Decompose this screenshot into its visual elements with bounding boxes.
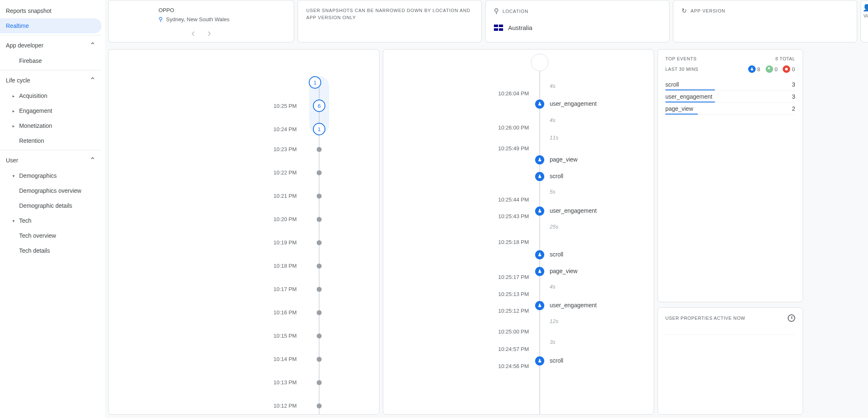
event-name[interactable]: page_view xyxy=(550,268,578,274)
narrowing-note: USER SNAPSHOTS CAN BE NARROWED DOWN BY L… xyxy=(306,7,473,21)
nav-monetization[interactable]: ▸Monetization xyxy=(0,118,102,133)
touch-icon xyxy=(535,100,544,109)
nav-tech[interactable]: ▾Tech xyxy=(0,213,102,228)
timeline-row[interactable]: 10:25 PM6 xyxy=(109,100,325,112)
timeline-row[interactable]: 10:23 PM xyxy=(109,146,322,152)
timeline-row[interactable]: 10:12 PM xyxy=(109,403,322,409)
nav-tech-details[interactable]: Tech details xyxy=(0,243,102,258)
event-name[interactable]: scroll xyxy=(550,173,563,179)
event-gap: 4s xyxy=(550,117,556,123)
touch-icon xyxy=(535,250,544,259)
top-event-count: 3 xyxy=(792,81,795,88)
nav-label: Engagement xyxy=(19,107,52,114)
event-gap: 5s xyxy=(550,189,556,195)
nav-retention[interactable]: Retention xyxy=(0,133,102,148)
event-name[interactable]: user_engagement xyxy=(550,207,597,214)
nav-demographics[interactable]: ▾Demographics xyxy=(0,168,102,183)
nav-section-user[interactable]: User ⌃ xyxy=(0,150,102,168)
top-event-name: page_view xyxy=(665,105,693,112)
event-timestamp: 10:24:56 PM xyxy=(498,363,529,369)
nav-section-life-cycle[interactable]: Life cycle ⌃ xyxy=(0,70,102,88)
nav-section-label: Life cycle xyxy=(6,77,30,84)
event-gap: 4s xyxy=(550,284,556,290)
app-version-card[interactable]: ↻ APP VERSION xyxy=(673,0,857,42)
badge-general-events: 8 xyxy=(748,65,761,73)
timeline-count-bubble[interactable]: 1 xyxy=(313,123,325,135)
timeline-row[interactable]: 10:22 PM xyxy=(109,169,322,176)
event-timestamp: 10:25:43 PM xyxy=(498,213,529,219)
location-label: LOCATION xyxy=(503,9,528,14)
top-event-row[interactable]: user_engagement3 xyxy=(665,91,795,103)
user-properties-title: USER PROPERTIES ACTIVE NOW xyxy=(665,316,745,321)
nav-firebase[interactable]: Firebase xyxy=(0,53,102,68)
event-gap: 4s xyxy=(550,83,556,89)
nav-demographic-details[interactable]: Demographic details xyxy=(0,198,102,213)
timeline-row[interactable]: 10:13 PM xyxy=(109,379,322,386)
top-event-name: scroll xyxy=(665,81,679,88)
timeline-dot xyxy=(317,170,322,175)
timeline-row[interactable]: 10:24 PM1 xyxy=(109,123,325,135)
next-user-button[interactable]: › xyxy=(208,27,211,40)
top-events-total: 8 TOTAL xyxy=(775,56,795,61)
timeline-count-bubble[interactable]: 6 xyxy=(313,100,325,112)
timeline-current-bubble[interactable]: 1 xyxy=(309,76,321,89)
location-card[interactable]: ⚲ LOCATION Australia xyxy=(485,0,670,42)
timeline-row[interactable]: 10:21 PM xyxy=(109,193,322,199)
minute-timeline-card: 1 10:25 PM610:24 PM110:23 PM10:22 PM10:2… xyxy=(108,49,379,415)
arrow-right-icon: ▸ xyxy=(12,94,19,98)
nav-label: Tech xyxy=(19,217,32,224)
top-event-row[interactable]: page_view2 xyxy=(665,103,795,115)
nav-section-app-developer[interactable]: App developer ⌃ xyxy=(0,35,102,53)
event-name[interactable]: scroll xyxy=(550,357,563,364)
timeline-time: 10:17 PM xyxy=(109,286,304,292)
timeline-time: 10:18 PM xyxy=(109,263,304,269)
badge-count: 0 xyxy=(775,66,778,72)
timeline-row[interactable]: 10:19 PM xyxy=(109,239,322,246)
event-name[interactable]: scroll xyxy=(550,251,563,258)
event-gap: 12s xyxy=(550,318,558,324)
main-content: OPPO ⚲ Sydney, New South Wales ‹ › USER … xyxy=(105,0,868,418)
timeline-row[interactable]: 10:17 PM xyxy=(109,286,322,292)
history-icon[interactable] xyxy=(788,314,795,322)
top-cards-row: OPPO ⚲ Sydney, New South Wales ‹ › USER … xyxy=(105,0,868,46)
touch-icon xyxy=(535,267,544,276)
error-icon xyxy=(783,65,790,73)
arrow-right-icon: ▸ xyxy=(12,109,19,113)
event-timestamp: 10:25:44 PM xyxy=(498,197,529,203)
event-name[interactable]: user_engagement xyxy=(550,302,597,309)
timeline-dot xyxy=(317,194,322,199)
timeline-time: 10:12 PM xyxy=(109,403,304,409)
top-events-title: TOP EVENTS xyxy=(665,56,697,61)
timeline-time: 10:20 PM xyxy=(109,216,304,222)
nav-tech-overview[interactable]: Tech overview xyxy=(0,228,102,243)
person-icon: 👤 xyxy=(863,4,868,12)
event-name[interactable]: user_engagement xyxy=(550,100,597,107)
timeline-row[interactable]: 10:18 PM xyxy=(109,263,322,269)
event-name[interactable]: page_view xyxy=(550,156,578,163)
touch-icon xyxy=(535,207,544,216)
nav-acquisition[interactable]: ▸Acquisition xyxy=(0,88,102,103)
svg-point-0 xyxy=(785,68,788,71)
device-brand: OPPO xyxy=(159,7,285,13)
timeline-row[interactable]: 10:14 PM xyxy=(109,356,322,362)
event-current-dot xyxy=(531,54,548,71)
nav-demographics-overview[interactable]: Demographics overview xyxy=(0,183,102,198)
badge-count: 8 xyxy=(757,66,761,72)
top-event-bar xyxy=(665,114,698,114)
timeline-row[interactable]: 10:16 PM xyxy=(109,309,322,316)
top-event-bar xyxy=(665,90,715,90)
top-event-row[interactable]: scroll3 xyxy=(665,79,795,91)
event-timestamp: 10:24:57 PM xyxy=(498,346,529,352)
nav-reports-snapshot[interactable]: Reports snapshot xyxy=(0,3,102,18)
nav-engagement[interactable]: ▸Engagement xyxy=(0,103,102,118)
arrow-down-icon: ▾ xyxy=(12,219,19,223)
nav-realtime[interactable]: Realtime xyxy=(0,18,102,33)
prev-user-button[interactable]: ‹ xyxy=(191,27,195,40)
top-events-subtitle: LAST 30 MINS xyxy=(665,67,698,72)
top-event-bar xyxy=(665,102,715,102)
timeline-row[interactable]: 10:15 PM xyxy=(109,333,322,339)
timeline-row[interactable]: 10:20 PM xyxy=(109,216,322,222)
nav-section-label: App developer xyxy=(6,42,43,49)
view-snapshot-button[interactable]: 👤 Vie xyxy=(861,0,868,42)
timeline-time: 10:21 PM xyxy=(109,193,304,199)
